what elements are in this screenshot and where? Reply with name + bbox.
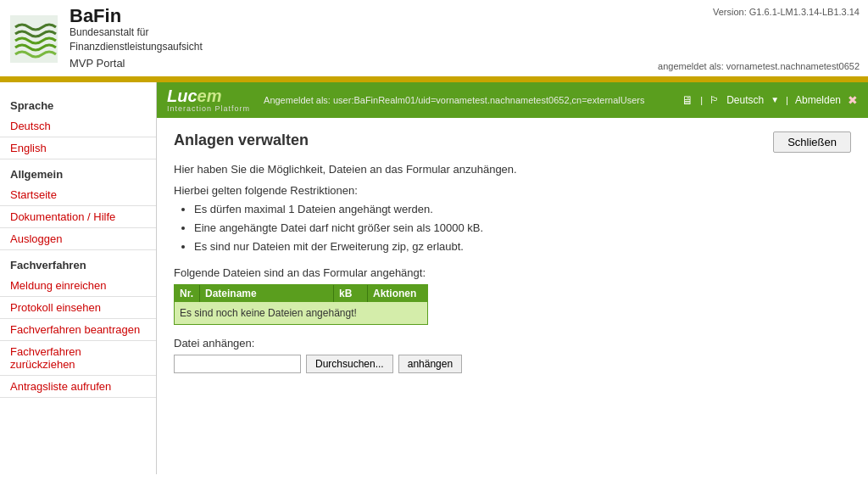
language-selector[interactable]: Deutsch	[726, 94, 764, 106]
intro-text: Hier haben Sie die Möglichkeit, Dateien …	[174, 163, 851, 176]
file-table-header: Nr. Dateiname kB Aktionen	[175, 285, 427, 302]
page-title: Anlagen verwalten	[174, 131, 309, 149]
sidebar-item-antragsliste[interactable]: Antragsliste aufrufen	[0, 376, 156, 398]
sidebar-item-meldung[interactable]: Meldung einreichen	[0, 275, 156, 297]
col-dateiname-header: Dateiname	[200, 285, 334, 302]
close-x-icon[interactable]: ✖	[848, 93, 858, 107]
bafin-logo-icon	[10, 15, 58, 63]
sidebar: Sprache Deutsch English Allgemein Starts…	[0, 82, 157, 474]
dropdown-icon[interactable]: ▼	[771, 95, 779, 104]
top-bar: BaFin Bundesanstalt für Finanzdienstleis…	[0, 0, 868, 79]
restriction-item-3: Es sind nur Dateien mit der Erweiterung …	[194, 238, 851, 256]
lucom-subtitle: Interaction Platform	[167, 104, 250, 113]
version-info: Version: G1.6.1-LM1.3.14-LB1.3.14	[713, 7, 860, 17]
file-table-body: Es sind noch keine Dateien angehängt!	[175, 302, 427, 324]
content-header: Anlagen verwalten Schließen	[174, 131, 851, 153]
lucom-user-info: Angemeldet als: user:BaFinRealm01/uid=vo…	[264, 95, 668, 105]
lucom-logo-part1: Luc	[167, 87, 198, 105]
attach-label: Datei anhängen:	[174, 337, 851, 350]
separator1: |	[700, 95, 703, 105]
fachverfahren-section-title: Fachverfahren	[0, 250, 156, 275]
attach-input[interactable]	[174, 355, 301, 373]
sidebar-item-beantragen[interactable]: Fachverfahren beantragen	[0, 319, 156, 341]
logged-in-label: angemeldet als:	[658, 61, 724, 71]
logo-area: BaFin Bundesanstalt für Finanzdienstleis…	[10, 7, 203, 71]
sidebar-item-protokoll[interactable]: Protokoll einsehen	[0, 297, 156, 319]
user-info: angemeldet als: vornametest.nachnametest…	[658, 61, 860, 71]
restriction-item-2: Eine angehängte Datei darf nicht größer …	[194, 219, 851, 238]
main-content: Lucem Interaction Platform Angemeldet al…	[157, 82, 868, 474]
flag-icon: 🏳	[709, 94, 720, 106]
lucom-logo: Lucem	[167, 87, 250, 104]
restriction-item-1: Es dürfen maximal 1 Dateien angehängt we…	[194, 200, 851, 219]
monitor-icon: 🖥	[682, 93, 693, 107]
browse-button[interactable]: Durchsuchen...	[306, 355, 393, 373]
sidebar-item-startseite[interactable]: Startseite	[0, 184, 156, 206]
sidebar-item-zurueckziehen[interactable]: Fachverfahren zurückziehen	[0, 341, 156, 376]
empty-table-message: Es sind noch keine Dateien angehängt!	[180, 307, 357, 319]
sidebar-item-dokumentation[interactable]: Dokumentation / Hilfe	[0, 206, 156, 228]
file-table: Nr. Dateiname kB Aktionen Es sind noch k…	[174, 284, 428, 325]
restrictions-title: Hierbei gelten folgende Restriktionen:	[174, 184, 851, 197]
sidebar-item-ausloggen[interactable]: Ausloggen	[0, 228, 156, 250]
lucom-bar: Lucem Interaction Platform Angemeldet al…	[157, 82, 868, 118]
sidebar-item-deutsch[interactable]: Deutsch	[0, 115, 156, 137]
sidebar-item-english[interactable]: English	[0, 137, 156, 159]
org-name: BaFin	[70, 7, 203, 25]
logo-text: BaFin Bundesanstalt für Finanzdienstleis…	[70, 7, 203, 71]
allgemein-section-title: Allgemein	[0, 159, 156, 184]
col-aktionen-header: Aktionen	[368, 285, 427, 302]
attach-button[interactable]: anhängen	[398, 355, 462, 373]
lucom-controls: 🖥 | 🏳 Deutsch ▼ | Abmelden ✖	[682, 93, 858, 107]
content-area: Anlagen verwalten Schließen Hier haben S…	[157, 118, 868, 387]
files-label: Folgende Dateien sind an das Formular an…	[174, 266, 851, 279]
col-nr-header: Nr.	[175, 285, 200, 302]
org-full-line2: Finanzdienstleistungsaufsicht	[70, 40, 203, 54]
org-full-line1: Bundesanstalt für	[70, 25, 203, 40]
restrictions-list: Es dürfen maximal 1 Dateien angehängt we…	[174, 200, 851, 256]
layout: Sprache Deutsch English Allgemein Starts…	[0, 82, 868, 474]
abmelden-link[interactable]: Abmelden	[795, 94, 841, 106]
lucom-logo-area: Lucem Interaction Platform	[167, 87, 250, 113]
separator2: |	[786, 95, 788, 105]
attach-area: Durchsuchen... anhängen	[174, 355, 851, 373]
close-button[interactable]: Schließen	[773, 131, 851, 153]
sprache-section-title: Sprache	[0, 91, 156, 115]
lucom-logo-part2: em	[198, 87, 222, 105]
portal-name: MVP Portal	[70, 56, 203, 71]
logged-in-user: vornametest.nachnametest0652	[726, 61, 860, 71]
col-kb-header: kB	[334, 285, 368, 302]
